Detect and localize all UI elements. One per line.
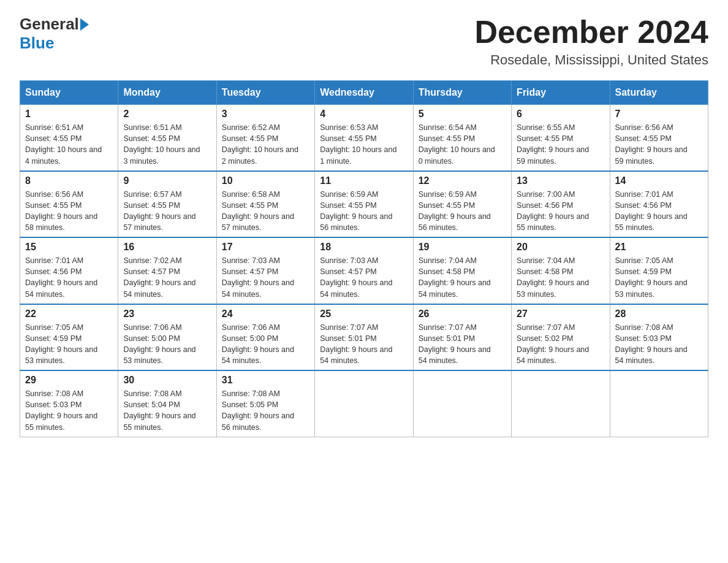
table-row: 27 Sunrise: 7:07 AMSunset: 5:02 PMDaylig… xyxy=(512,304,610,371)
day-number: 14 xyxy=(615,175,703,186)
day-number: 29 xyxy=(25,375,113,386)
day-number: 25 xyxy=(320,308,408,320)
calendar-subtitle: Rosedale, Mississippi, United States xyxy=(474,52,708,68)
table-row: 28 Sunrise: 7:08 AMSunset: 5:03 PMDaylig… xyxy=(610,304,708,371)
day-number: 27 xyxy=(517,308,604,320)
day-info: Sunrise: 7:08 AMSunset: 5:03 PMDaylight:… xyxy=(615,323,688,365)
calendar-week-row: 29 Sunrise: 7:08 AMSunset: 5:03 PMDaylig… xyxy=(20,370,708,437)
col-thursday: Thursday xyxy=(413,81,511,105)
day-number: 9 xyxy=(123,175,211,186)
day-number: 7 xyxy=(615,109,703,120)
day-info: Sunrise: 6:53 AMSunset: 4:55 PMDaylight:… xyxy=(320,123,396,165)
day-number: 3 xyxy=(222,109,309,120)
table-row: 1 Sunrise: 6:51 AMSunset: 4:55 PMDayligh… xyxy=(20,105,118,171)
day-number: 16 xyxy=(123,242,211,253)
day-info: Sunrise: 7:06 AMSunset: 5:00 PMDaylight:… xyxy=(123,323,195,365)
day-info: Sunrise: 6:54 AMSunset: 4:55 PMDaylight:… xyxy=(419,123,495,165)
day-info: Sunrise: 7:07 AMSunset: 5:02 PMDaylight:… xyxy=(517,323,589,365)
table-row xyxy=(512,370,610,437)
day-number: 5 xyxy=(419,109,506,120)
day-number: 22 xyxy=(25,308,113,320)
table-row: 14 Sunrise: 7:01 AMSunset: 4:56 PMDaylig… xyxy=(610,171,708,238)
table-row: 12 Sunrise: 6:59 AMSunset: 4:55 PMDaylig… xyxy=(413,171,511,238)
col-wednesday: Wednesday xyxy=(315,81,413,105)
page-header: General Blue December 2024 Rosedale, Mis… xyxy=(20,15,708,68)
table-row: 30 Sunrise: 7:08 AMSunset: 5:04 PMDaylig… xyxy=(118,370,216,437)
day-info: Sunrise: 6:56 AMSunset: 4:55 PMDaylight:… xyxy=(615,123,688,165)
table-row: 29 Sunrise: 7:08 AMSunset: 5:03 PMDaylig… xyxy=(20,370,118,437)
table-row: 19 Sunrise: 7:04 AMSunset: 4:58 PMDaylig… xyxy=(413,237,511,304)
day-info: Sunrise: 7:08 AMSunset: 5:04 PMDaylight:… xyxy=(123,389,195,431)
day-info: Sunrise: 7:05 AMSunset: 4:59 PMDaylight:… xyxy=(25,323,97,365)
day-number: 18 xyxy=(320,242,408,253)
day-number: 8 xyxy=(25,175,113,186)
table-row: 13 Sunrise: 7:00 AMSunset: 4:56 PMDaylig… xyxy=(512,171,610,238)
calendar-week-row: 15 Sunrise: 7:01 AMSunset: 4:56 PMDaylig… xyxy=(20,237,708,304)
table-row: 21 Sunrise: 7:05 AMSunset: 4:59 PMDaylig… xyxy=(610,237,708,304)
day-number: 19 xyxy=(419,242,506,253)
table-row: 24 Sunrise: 7:06 AMSunset: 5:00 PMDaylig… xyxy=(216,304,314,371)
day-info: Sunrise: 7:07 AMSunset: 5:01 PMDaylight:… xyxy=(419,323,491,365)
day-info: Sunrise: 7:01 AMSunset: 4:56 PMDaylight:… xyxy=(25,256,97,298)
table-row: 6 Sunrise: 6:55 AMSunset: 4:55 PMDayligh… xyxy=(512,105,610,171)
table-row: 8 Sunrise: 6:56 AMSunset: 4:55 PMDayligh… xyxy=(20,171,118,238)
table-row: 16 Sunrise: 7:02 AMSunset: 4:57 PMDaylig… xyxy=(118,237,216,304)
day-number: 4 xyxy=(320,109,408,120)
day-info: Sunrise: 7:08 AMSunset: 5:03 PMDaylight:… xyxy=(25,389,97,431)
day-number: 2 xyxy=(123,109,211,120)
table-row: 5 Sunrise: 6:54 AMSunset: 4:55 PMDayligh… xyxy=(413,105,511,171)
day-number: 13 xyxy=(517,175,604,186)
col-monday: Monday xyxy=(118,81,216,105)
table-row xyxy=(315,370,413,437)
day-number: 17 xyxy=(222,242,309,253)
table-row: 23 Sunrise: 7:06 AMSunset: 5:00 PMDaylig… xyxy=(118,304,216,371)
day-info: Sunrise: 6:51 AMSunset: 4:55 PMDaylight:… xyxy=(123,123,200,165)
table-row: 17 Sunrise: 7:03 AMSunset: 4:57 PMDaylig… xyxy=(216,237,314,304)
day-info: Sunrise: 7:07 AMSunset: 5:01 PMDaylight:… xyxy=(320,323,392,365)
table-row: 22 Sunrise: 7:05 AMSunset: 4:59 PMDaylig… xyxy=(20,304,118,371)
day-info: Sunrise: 7:02 AMSunset: 4:57 PMDaylight:… xyxy=(123,256,195,298)
calendar-header-row: Sunday Monday Tuesday Wednesday Thursday… xyxy=(20,81,708,105)
table-row xyxy=(413,370,511,437)
table-row: 9 Sunrise: 6:57 AMSunset: 4:55 PMDayligh… xyxy=(118,171,216,238)
day-info: Sunrise: 6:52 AMSunset: 4:55 PMDaylight:… xyxy=(222,123,298,165)
day-info: Sunrise: 7:04 AMSunset: 4:58 PMDaylight:… xyxy=(517,256,589,298)
day-number: 1 xyxy=(25,109,113,120)
day-info: Sunrise: 6:59 AMSunset: 4:55 PMDaylight:… xyxy=(419,190,491,232)
day-number: 15 xyxy=(25,242,113,253)
table-row: 15 Sunrise: 7:01 AMSunset: 4:56 PMDaylig… xyxy=(20,237,118,304)
col-tuesday: Tuesday xyxy=(216,81,314,105)
table-row: 11 Sunrise: 6:59 AMSunset: 4:55 PMDaylig… xyxy=(315,171,413,238)
day-number: 30 xyxy=(123,375,211,386)
day-info: Sunrise: 6:59 AMSunset: 4:55 PMDaylight:… xyxy=(320,190,392,232)
table-row: 10 Sunrise: 6:58 AMSunset: 4:55 PMDaylig… xyxy=(216,171,314,238)
table-row: 18 Sunrise: 7:03 AMSunset: 4:57 PMDaylig… xyxy=(315,237,413,304)
day-number: 6 xyxy=(517,109,604,120)
table-row: 26 Sunrise: 7:07 AMSunset: 5:01 PMDaylig… xyxy=(413,304,511,371)
table-row: 4 Sunrise: 6:53 AMSunset: 4:55 PMDayligh… xyxy=(315,105,413,171)
day-info: Sunrise: 6:56 AMSunset: 4:55 PMDaylight:… xyxy=(25,190,97,232)
day-info: Sunrise: 7:04 AMSunset: 4:58 PMDaylight:… xyxy=(419,256,491,298)
day-info: Sunrise: 6:57 AMSunset: 4:55 PMDaylight:… xyxy=(123,190,195,232)
calendar-week-row: 8 Sunrise: 6:56 AMSunset: 4:55 PMDayligh… xyxy=(20,171,708,238)
table-row: 31 Sunrise: 7:08 AMSunset: 5:05 PMDaylig… xyxy=(216,370,314,437)
day-info: Sunrise: 7:03 AMSunset: 4:57 PMDaylight:… xyxy=(222,256,294,298)
logo-arrow-icon xyxy=(80,18,89,31)
day-info: Sunrise: 6:58 AMSunset: 4:55 PMDaylight:… xyxy=(222,190,294,232)
day-info: Sunrise: 7:01 AMSunset: 4:56 PMDaylight:… xyxy=(615,190,688,232)
day-number: 10 xyxy=(222,175,309,186)
table-row: 7 Sunrise: 6:56 AMSunset: 4:55 PMDayligh… xyxy=(610,105,708,171)
col-friday: Friday xyxy=(512,81,610,105)
day-info: Sunrise: 7:05 AMSunset: 4:59 PMDaylight:… xyxy=(615,256,688,298)
calendar-week-row: 22 Sunrise: 7:05 AMSunset: 4:59 PMDaylig… xyxy=(20,304,708,371)
day-number: 23 xyxy=(123,308,211,320)
table-row: 3 Sunrise: 6:52 AMSunset: 4:55 PMDayligh… xyxy=(216,105,314,171)
day-number: 24 xyxy=(222,308,309,320)
calendar-title: December 2024 xyxy=(474,15,708,50)
day-number: 28 xyxy=(615,308,703,320)
day-number: 26 xyxy=(419,308,506,320)
day-number: 12 xyxy=(419,175,506,186)
logo-general-text: General xyxy=(20,15,79,34)
day-info: Sunrise: 7:03 AMSunset: 4:57 PMDaylight:… xyxy=(320,256,392,298)
calendar-table: Sunday Monday Tuesday Wednesday Thursday… xyxy=(20,80,708,437)
